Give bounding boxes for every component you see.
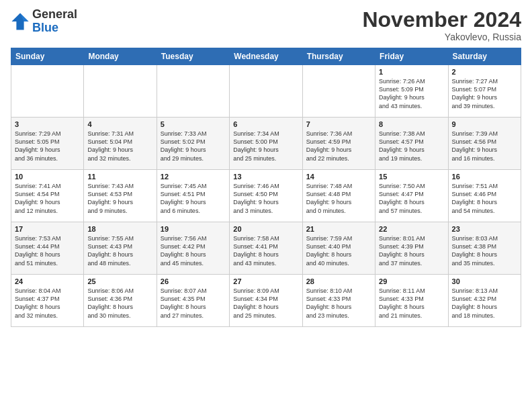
day-number: 14 <box>306 173 371 181</box>
table-row: 22Sunrise: 8:01 AM Sunset: 4:39 PM Dayli… <box>375 222 448 275</box>
day-info: Sunrise: 7:41 AM Sunset: 4:54 PM Dayligh… <box>15 182 80 215</box>
header-wednesday: Wednesday <box>230 48 302 65</box>
table-row: 10Sunrise: 7:41 AM Sunset: 4:54 PM Dayli… <box>11 170 84 222</box>
day-number: 4 <box>87 120 152 128</box>
day-info: Sunrise: 7:43 AM Sunset: 4:53 PM Dayligh… <box>87 182 152 215</box>
table-row: 19Sunrise: 7:56 AM Sunset: 4:42 PM Dayli… <box>157 222 229 275</box>
day-info: Sunrise: 7:31 AM Sunset: 5:04 PM Dayligh… <box>87 130 152 163</box>
logo-text: General Blue <box>32 8 77 35</box>
table-row: 2Sunrise: 7:27 AM Sunset: 5:07 PM Daylig… <box>448 65 521 118</box>
day-info: Sunrise: 8:03 AM Sunset: 4:38 PM Dayligh… <box>452 234 517 267</box>
day-info: Sunrise: 7:48 AM Sunset: 4:48 PM Dayligh… <box>306 182 371 215</box>
table-row: 8Sunrise: 7:38 AM Sunset: 4:57 PM Daylig… <box>375 118 448 170</box>
day-info: Sunrise: 7:34 AM Sunset: 5:00 PM Dayligh… <box>233 130 298 163</box>
day-number: 6 <box>233 120 298 128</box>
day-number: 13 <box>233 173 298 181</box>
day-info: Sunrise: 7:27 AM Sunset: 5:07 PM Dayligh… <box>452 77 517 110</box>
title-block: November 2024 Yakovlevo, Russia <box>362 8 521 42</box>
day-info: Sunrise: 8:04 AM Sunset: 4:37 PM Dayligh… <box>15 287 80 320</box>
day-number: 11 <box>87 173 152 181</box>
table-row: 11Sunrise: 7:43 AM Sunset: 4:53 PM Dayli… <box>84 170 157 222</box>
day-number: 21 <box>306 225 371 233</box>
table-row <box>11 65 84 118</box>
table-row: 29Sunrise: 8:11 AM Sunset: 4:33 PM Dayli… <box>375 275 448 327</box>
day-number: 9 <box>452 120 517 128</box>
table-row: 17Sunrise: 7:53 AM Sunset: 4:44 PM Dayli… <box>11 222 84 275</box>
day-number: 24 <box>15 277 80 285</box>
header-friday: Friday <box>375 48 448 65</box>
table-row <box>84 65 157 118</box>
day-info: Sunrise: 7:56 AM Sunset: 4:42 PM Dayligh… <box>161 234 226 267</box>
day-info: Sunrise: 7:38 AM Sunset: 4:57 PM Dayligh… <box>379 130 444 163</box>
header-thursday: Thursday <box>302 48 375 65</box>
location: Yakovlevo, Russia <box>362 32 521 42</box>
day-info: Sunrise: 8:11 AM Sunset: 4:33 PM Dayligh… <box>379 287 444 320</box>
day-info: Sunrise: 7:53 AM Sunset: 4:44 PM Dayligh… <box>15 234 80 267</box>
page: General Blue November 2024 Yakovlevo, Ru… <box>0 0 532 411</box>
day-number: 27 <box>233 277 298 285</box>
day-number: 29 <box>379 277 444 285</box>
day-info: Sunrise: 8:13 AM Sunset: 4:32 PM Dayligh… <box>452 287 517 320</box>
table-row: 28Sunrise: 8:10 AM Sunset: 4:33 PM Dayli… <box>302 275 375 327</box>
day-number: 26 <box>161 277 226 285</box>
table-row: 3Sunrise: 7:29 AM Sunset: 5:05 PM Daylig… <box>11 118 84 170</box>
day-number: 10 <box>15 173 80 181</box>
day-info: Sunrise: 7:33 AM Sunset: 5:02 PM Dayligh… <box>161 130 226 163</box>
day-info: Sunrise: 7:51 AM Sunset: 4:46 PM Dayligh… <box>452 182 517 215</box>
day-number: 15 <box>379 173 444 181</box>
table-row: 27Sunrise: 8:09 AM Sunset: 4:34 PM Dayli… <box>230 275 302 327</box>
calendar-week-2: 10Sunrise: 7:41 AM Sunset: 4:54 PM Dayli… <box>11 170 521 222</box>
table-row: 24Sunrise: 8:04 AM Sunset: 4:37 PM Dayli… <box>11 275 84 327</box>
day-info: Sunrise: 8:09 AM Sunset: 4:34 PM Dayligh… <box>233 287 298 320</box>
table-row: 14Sunrise: 7:48 AM Sunset: 4:48 PM Dayli… <box>302 170 375 222</box>
day-number: 7 <box>306 120 371 128</box>
table-row: 20Sunrise: 7:58 AM Sunset: 4:41 PM Dayli… <box>230 222 302 275</box>
calendar-week-4: 24Sunrise: 8:04 AM Sunset: 4:37 PM Dayli… <box>11 275 521 327</box>
day-info: Sunrise: 7:59 AM Sunset: 4:40 PM Dayligh… <box>306 234 371 267</box>
day-number: 8 <box>379 120 444 128</box>
table-row: 23Sunrise: 8:03 AM Sunset: 4:38 PM Dayli… <box>448 222 521 275</box>
logo: General Blue <box>11 8 77 35</box>
day-info: Sunrise: 7:55 AM Sunset: 4:43 PM Dayligh… <box>87 234 152 267</box>
calendar-week-0: 1Sunrise: 7:26 AM Sunset: 5:09 PM Daylig… <box>11 65 521 118</box>
logo-icon <box>11 12 30 31</box>
header-sunday: Sunday <box>11 48 84 65</box>
month-title: November 2024 <box>362 8 521 32</box>
day-number: 23 <box>452 225 517 233</box>
table-row: 9Sunrise: 7:39 AM Sunset: 4:56 PM Daylig… <box>448 118 521 170</box>
table-row: 16Sunrise: 7:51 AM Sunset: 4:46 PM Dayli… <box>448 170 521 222</box>
day-info: Sunrise: 8:10 AM Sunset: 4:33 PM Dayligh… <box>306 287 371 320</box>
day-number: 3 <box>15 120 80 128</box>
day-number: 18 <box>87 225 152 233</box>
table-row: 18Sunrise: 7:55 AM Sunset: 4:43 PM Dayli… <box>84 222 157 275</box>
table-row <box>230 65 302 118</box>
day-info: Sunrise: 8:01 AM Sunset: 4:39 PM Dayligh… <box>379 234 444 267</box>
day-info: Sunrise: 7:26 AM Sunset: 5:09 PM Dayligh… <box>379 77 444 110</box>
table-row <box>302 65 375 118</box>
day-number: 19 <box>161 225 226 233</box>
table-row: 26Sunrise: 8:07 AM Sunset: 4:35 PM Dayli… <box>157 275 229 327</box>
day-number: 28 <box>306 277 371 285</box>
table-row <box>157 65 229 118</box>
header: General Blue November 2024 Yakovlevo, Ru… <box>11 8 521 42</box>
day-number: 22 <box>379 225 444 233</box>
header-monday: Monday <box>84 48 157 65</box>
table-row: 4Sunrise: 7:31 AM Sunset: 5:04 PM Daylig… <box>84 118 157 170</box>
day-number: 2 <box>452 68 517 76</box>
day-number: 5 <box>161 120 226 128</box>
day-number: 16 <box>452 173 517 181</box>
calendar-week-3: 17Sunrise: 7:53 AM Sunset: 4:44 PM Dayli… <box>11 222 521 275</box>
table-row: 5Sunrise: 7:33 AM Sunset: 5:02 PM Daylig… <box>157 118 229 170</box>
header-tuesday: Tuesday <box>157 48 229 65</box>
day-number: 25 <box>87 277 152 285</box>
table-row: 25Sunrise: 8:06 AM Sunset: 4:36 PM Dayli… <box>84 275 157 327</box>
table-row: 15Sunrise: 7:50 AM Sunset: 4:47 PM Dayli… <box>375 170 448 222</box>
header-saturday: Saturday <box>448 48 521 65</box>
table-row: 30Sunrise: 8:13 AM Sunset: 4:32 PM Dayli… <box>448 275 521 327</box>
day-info: Sunrise: 7:46 AM Sunset: 4:50 PM Dayligh… <box>233 182 298 215</box>
table-row: 12Sunrise: 7:45 AM Sunset: 4:51 PM Dayli… <box>157 170 229 222</box>
table-row: 13Sunrise: 7:46 AM Sunset: 4:50 PM Dayli… <box>230 170 302 222</box>
day-info: Sunrise: 7:36 AM Sunset: 4:59 PM Dayligh… <box>306 130 371 163</box>
day-info: Sunrise: 7:39 AM Sunset: 4:56 PM Dayligh… <box>452 130 517 163</box>
calendar-header-row: Sunday Monday Tuesday Wednesday Thursday… <box>11 48 521 65</box>
